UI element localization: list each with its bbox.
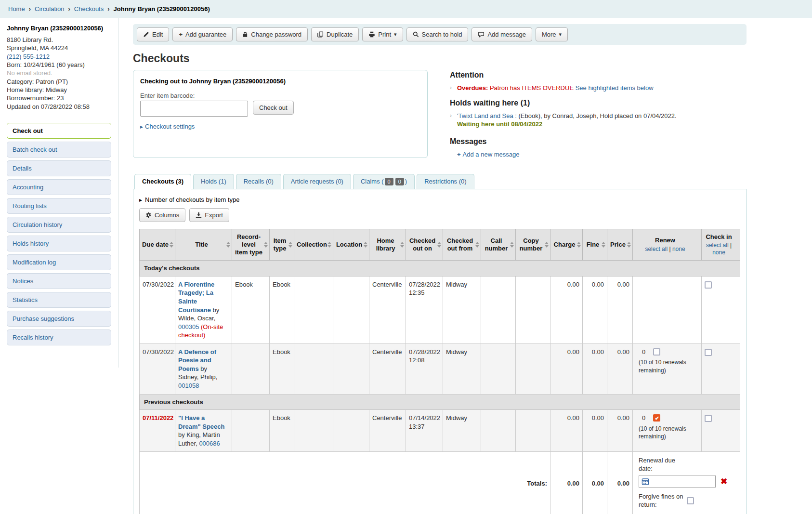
checkouts-by-itemtype-toggle[interactable]: ▸Number of checkouts by item type bbox=[139, 196, 740, 203]
patron-borrowernumber: Borrowernumber: 23 bbox=[7, 94, 111, 102]
sort-icon bbox=[364, 242, 367, 248]
header-due-date[interactable]: Due date bbox=[140, 229, 175, 261]
item-barcode-link[interactable]: 000305 bbox=[178, 323, 199, 330]
sidebar-item-details[interactable]: Details bbox=[7, 160, 111, 176]
renew-checkbox[interactable] bbox=[653, 348, 660, 356]
check-in-checkbox[interactable] bbox=[705, 281, 712, 289]
sidebar-item-statistics[interactable]: Statistics bbox=[7, 292, 111, 308]
sidebar-item-purchase-suggestions[interactable]: Purchase suggestions bbox=[7, 311, 111, 327]
more-button[interactable]: More ▾ bbox=[536, 27, 568, 41]
item-barcode-link[interactable]: 000686 bbox=[199, 440, 220, 447]
tab-restrictions[interactable]: Restrictions (0) bbox=[417, 174, 474, 189]
tab-checkouts[interactable]: Checkouts (3) bbox=[134, 174, 191, 189]
renewals-remaining-note: (10 of 10 renewals remaining) bbox=[636, 358, 698, 374]
sidebar-item-check-out[interactable]: Check out bbox=[7, 123, 111, 139]
tab-claims[interactable]: Claims (00) bbox=[353, 174, 415, 189]
attention-title: Attention bbox=[450, 71, 747, 79]
header-renew: Renew select all | none bbox=[633, 229, 702, 261]
add-new-message-link[interactable]: +Add a new message bbox=[457, 151, 519, 158]
price-cell: 0.00 bbox=[607, 410, 633, 452]
patron-updated: Updated on 07/28/2022 08:58 bbox=[7, 103, 111, 110]
patron-address-line1: 8180 Library Rd. bbox=[7, 36, 111, 43]
renew-select-all-link[interactable]: select all bbox=[645, 246, 668, 252]
sidebar-item-circulation-history[interactable]: Circulation history bbox=[7, 217, 111, 233]
check-in-checkbox[interactable] bbox=[705, 349, 712, 356]
header-collection[interactable]: Collection bbox=[294, 229, 333, 261]
header-checked-out-from[interactable]: Checked out from bbox=[443, 229, 481, 261]
header-title[interactable]: Title bbox=[175, 229, 232, 261]
header-fine[interactable]: Fine bbox=[583, 229, 607, 261]
hold-title-link[interactable]: 'Twixt Land and Sea : bbox=[457, 112, 517, 119]
print-button[interactable]: Print ▾ bbox=[362, 27, 403, 41]
header-record-level-item-type[interactable]: Record-level item type bbox=[232, 229, 270, 261]
barcode-input[interactable] bbox=[140, 101, 248, 117]
checkin-select-none-link[interactable]: none bbox=[712, 249, 725, 256]
header-copy-number[interactable]: Copy number bbox=[516, 229, 550, 261]
checkout-settings-link[interactable]: ▸Checkout settings bbox=[140, 123, 420, 130]
overdues-alert: › Overdues: Patron has ITEMS OVERDUE See… bbox=[450, 84, 747, 92]
charge-cell: 0.00 bbox=[550, 410, 583, 452]
sidebar-item-recalls-history[interactable]: Recalls history bbox=[7, 329, 111, 345]
renewal-count: 0 bbox=[642, 414, 645, 422]
check-in-checkbox[interactable] bbox=[705, 415, 712, 422]
breadcrumb-circulation[interactable]: Circulation bbox=[35, 5, 64, 13]
messages-title: Messages bbox=[450, 137, 747, 146]
renew-checkbox[interactable] bbox=[653, 414, 660, 422]
tab-article-requests[interactable]: Article requests (0) bbox=[283, 174, 351, 189]
sidebar-item-routing-lists[interactable]: Routing lists bbox=[7, 198, 111, 214]
patron-menu: Check out Batch check out Details Accoun… bbox=[7, 123, 111, 345]
header-call-number[interactable]: Call number bbox=[481, 229, 516, 261]
duplicate-button[interactable]: Duplicate bbox=[311, 27, 359, 41]
tab-holds[interactable]: Holds (1) bbox=[193, 174, 234, 189]
checked-out-on-cell: 07/28/2022 12:35 bbox=[406, 276, 443, 343]
sidebar-item-modification-log[interactable]: Modification log bbox=[7, 254, 111, 270]
header-charge[interactable]: Charge bbox=[550, 229, 583, 261]
add-guarantee-button[interactable]: + Add guarantee bbox=[172, 27, 233, 41]
header-checked-out-on[interactable]: Checked out on bbox=[406, 229, 443, 261]
renew-cell: 0 (10 of 10 renewals remaining) bbox=[633, 410, 702, 452]
calendar-icon bbox=[642, 478, 649, 485]
patron-phone-link[interactable]: (212) 555-1212 bbox=[7, 53, 50, 60]
add-message-button[interactable]: Add message bbox=[471, 27, 532, 41]
item-barcode-link[interactable]: 001058 bbox=[178, 382, 199, 389]
patron-birthdate: Born: 10/24/1961 (60 years) bbox=[7, 61, 111, 68]
plus-icon: + bbox=[179, 31, 183, 38]
patron-toolbar: Edit + Add guarantee Change password Dup… bbox=[133, 24, 747, 45]
renewal-due-date-input[interactable] bbox=[639, 475, 716, 488]
title-link[interactable]: A Florentine Tragedy; La Sainte Courtisa… bbox=[178, 281, 214, 314]
header-home-library[interactable]: Home library bbox=[369, 229, 406, 261]
breadcrumb-checkouts[interactable]: Checkouts bbox=[74, 5, 104, 13]
renew-cell: 0 (10 of 10 renewals remaining) bbox=[633, 343, 702, 394]
claims-badge: 0 bbox=[395, 178, 404, 185]
forgive-fines-checkbox[interactable] bbox=[687, 497, 694, 504]
clear-date-icon[interactable]: ✖ bbox=[720, 477, 727, 486]
change-password-button[interactable]: Change password bbox=[236, 27, 308, 41]
sidebar-item-holds-history[interactable]: Holds history bbox=[7, 236, 111, 251]
edit-button[interactable]: Edit bbox=[137, 27, 169, 41]
checkin-select-all-link[interactable]: select all bbox=[706, 242, 729, 249]
totals-row: Totals: 0.00 0.00 0.00 Renewal due date:… bbox=[140, 452, 740, 514]
header-location[interactable]: Location bbox=[333, 229, 369, 261]
check-in-cell bbox=[702, 410, 740, 452]
item-type-cell: Ebook bbox=[270, 343, 294, 394]
columns-button[interactable]: Columns bbox=[139, 208, 185, 222]
title-link[interactable]: A Defence of Poesie and Poems bbox=[178, 348, 216, 372]
export-button[interactable]: Export bbox=[189, 208, 229, 222]
collection-cell bbox=[294, 276, 333, 343]
title-link[interactable]: "I Have a Dream" Speech bbox=[178, 414, 224, 430]
attention-column: Attention › Overdues: Patron has ITEMS O… bbox=[450, 70, 747, 158]
sidebar-item-accounting[interactable]: Accounting bbox=[7, 179, 111, 195]
sidebar-item-batch-check-out[interactable]: Batch check out bbox=[7, 142, 111, 158]
location-cell bbox=[333, 410, 369, 452]
see-highlighted-items-link[interactable]: See highlighted items below bbox=[576, 84, 654, 92]
tab-recalls[interactable]: Recalls (0) bbox=[236, 174, 281, 189]
check-out-button[interactable]: Check out bbox=[253, 101, 294, 115]
renew-select-none-link[interactable]: none bbox=[672, 246, 685, 252]
header-price[interactable]: Price bbox=[607, 229, 633, 261]
sort-icon bbox=[400, 242, 404, 248]
sidebar-item-notices[interactable]: Notices bbox=[7, 273, 111, 289]
search-to-hold-button[interactable]: Search to hold bbox=[406, 27, 469, 41]
due-date-cell: 07/11/2022 bbox=[140, 410, 175, 452]
breadcrumb-home[interactable]: Home bbox=[8, 5, 25, 13]
header-item-type[interactable]: Item type bbox=[270, 229, 294, 261]
